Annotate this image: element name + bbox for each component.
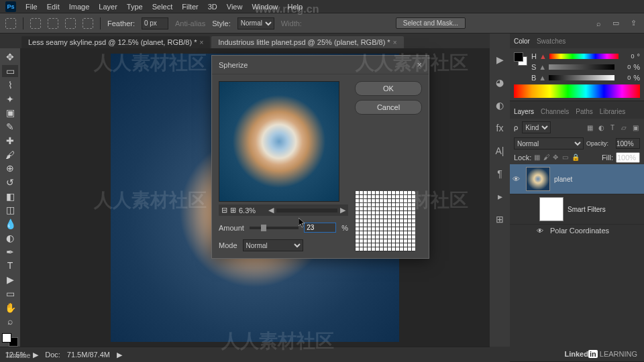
menu-type[interactable]: Type bbox=[127, 3, 143, 11]
hand-tool[interactable]: ✋ bbox=[2, 301, 18, 314]
close-icon[interactable]: × bbox=[199, 39, 203, 46]
lock-move-icon[interactable]: ✥ bbox=[553, 154, 561, 162]
shape-tool[interactable]: ▭ bbox=[2, 287, 18, 300]
hue-value[interactable]: 0 bbox=[621, 53, 635, 60]
type-tool[interactable]: T bbox=[2, 259, 18, 272]
lasso-tool[interactable]: ⌇ bbox=[2, 78, 18, 91]
eyedropper-tool[interactable]: ✎ bbox=[2, 121, 18, 133]
filter-shape-icon[interactable]: ▱ bbox=[619, 123, 629, 132]
bri-slider[interactable] bbox=[549, 75, 614, 80]
preview-scrollbar[interactable] bbox=[276, 208, 337, 213]
blend-mode-select[interactable]: Normal bbox=[514, 137, 584, 149]
close-icon[interactable]: × bbox=[417, 60, 422, 70]
filter-mask-thumbnail[interactable] bbox=[539, 197, 564, 221]
menu-help[interactable]: Help bbox=[288, 3, 303, 11]
menu-view[interactable]: View bbox=[227, 3, 243, 11]
share-icon[interactable]: ⇪ bbox=[628, 18, 639, 29]
antialias-label[interactable]: Anti-alias bbox=[175, 19, 205, 27]
magic-wand-tool[interactable]: ✦ bbox=[2, 93, 18, 105]
layers-panel-tab[interactable]: Layers bbox=[514, 108, 534, 115]
history-panel-icon[interactable]: ▶ bbox=[494, 54, 506, 66]
dodge-tool[interactable]: ◐ bbox=[2, 232, 18, 245]
menu-layer[interactable]: Layer bbox=[99, 3, 117, 11]
move-tool[interactable]: ✥ bbox=[2, 51, 18, 64]
menu-select[interactable]: Select bbox=[152, 3, 173, 11]
layer-row[interactable]: 👁 planet bbox=[510, 164, 644, 194]
zoom-tool[interactable]: ⌕ bbox=[2, 315, 18, 328]
smart-filter-item[interactable]: 👁 Polar Coordinates bbox=[510, 225, 644, 237]
filter-adjust-icon[interactable]: ◐ bbox=[596, 123, 606, 132]
preview-zoom[interactable]: 6.3% bbox=[239, 206, 266, 215]
color-panel-tab[interactable]: Color bbox=[514, 38, 530, 45]
preview-minus-icon[interactable]: ⊟ bbox=[221, 206, 227, 215]
sat-value[interactable]: 0 bbox=[617, 64, 631, 70]
layer-filter-select[interactable]: Kind bbox=[522, 121, 551, 133]
fill-input[interactable] bbox=[616, 152, 640, 163]
sat-slider[interactable] bbox=[549, 64, 614, 70]
actions-panel-icon[interactable]: ▸ bbox=[494, 190, 506, 202]
color-panel-swatch[interactable] bbox=[514, 52, 527, 72]
frame-icon[interactable]: ▭ bbox=[610, 18, 621, 29]
layer-name[interactable]: planet bbox=[554, 176, 572, 183]
clone-stamp-tool[interactable]: ⊕ bbox=[2, 162, 18, 175]
amount-input[interactable] bbox=[304, 223, 336, 233]
path-select-tool[interactable]: ▶ bbox=[2, 274, 18, 286]
close-icon[interactable]: × bbox=[393, 39, 397, 46]
eraser-tool[interactable]: ◧ bbox=[2, 190, 18, 202]
filter-smart-icon[interactable]: ▣ bbox=[631, 123, 640, 132]
pen-tool[interactable]: ✒ bbox=[2, 245, 18, 258]
menu-window[interactable]: Window bbox=[252, 3, 278, 11]
selection-mode-add-icon[interactable] bbox=[48, 18, 58, 29]
hue-slider[interactable] bbox=[549, 54, 619, 59]
amount-slider[interactable] bbox=[250, 227, 299, 229]
doc-size[interactable]: 71.5M/87.4M bbox=[67, 351, 110, 359]
timeline-tab[interactable]: Timeline bbox=[5, 352, 30, 359]
gradient-tool[interactable]: ◫ bbox=[2, 204, 18, 217]
selection-mode-new-icon[interactable] bbox=[30, 18, 41, 29]
channels-panel-tab[interactable]: Channels bbox=[541, 108, 569, 115]
lock-trans-icon[interactable]: ▦ bbox=[534, 154, 542, 162]
layer-thumbnail[interactable] bbox=[526, 167, 550, 191]
selection-mode-intersect-icon[interactable] bbox=[83, 18, 93, 29]
brush-tool[interactable]: 🖌 bbox=[2, 148, 18, 161]
bri-value[interactable]: 0 bbox=[617, 74, 631, 81]
menu-image[interactable]: Image bbox=[69, 3, 90, 11]
styles-panel-icon[interactable]: fx bbox=[494, 122, 506, 134]
filter-image-icon[interactable]: ▦ bbox=[585, 123, 594, 132]
visibility-icon[interactable]: 👁 bbox=[537, 227, 546, 235]
smart-filters-row[interactable]: Smart Filters bbox=[510, 194, 644, 225]
visibility-icon[interactable]: 👁 bbox=[513, 175, 522, 183]
filter-preview[interactable] bbox=[219, 81, 339, 202]
ok-button[interactable]: OK bbox=[355, 81, 422, 96]
adjustments-panel-icon[interactable]: ◐ bbox=[494, 99, 506, 111]
tool-preset-icon[interactable] bbox=[5, 18, 16, 29]
history-brush-tool[interactable]: ↺ bbox=[2, 176, 18, 189]
filter-type-icon[interactable]: T bbox=[608, 123, 617, 132]
preview-plus-icon[interactable]: ⊞ bbox=[230, 206, 236, 215]
paths-panel-tab[interactable]: Paths bbox=[576, 108, 593, 115]
style-select[interactable]: Normal bbox=[237, 17, 274, 29]
menu-edit[interactable]: Edit bbox=[47, 3, 60, 11]
crop-tool[interactable]: ▣ bbox=[2, 107, 18, 119]
preview-right-icon[interactable]: ▶ bbox=[340, 206, 345, 215]
libraries-panel-tab[interactable]: Libraries bbox=[600, 108, 625, 115]
lock-all-icon[interactable]: 🔒 bbox=[572, 154, 580, 162]
preview-left-icon[interactable]: ◀ bbox=[268, 206, 274, 215]
menu-file[interactable]: File bbox=[25, 3, 38, 11]
menu-3d[interactable]: 3D bbox=[208, 3, 217, 11]
lock-paint-icon[interactable]: 🖌 bbox=[543, 154, 551, 162]
document-tab-1[interactable]: Less seamy skyline.psd @ 12.5% (planet, … bbox=[21, 36, 210, 48]
lock-artboard-icon[interactable]: ▭ bbox=[562, 154, 570, 162]
document-tab-2[interactable]: Industrious little planet.psd @ 25% (pla… bbox=[211, 36, 403, 48]
opacity-input[interactable] bbox=[616, 138, 640, 149]
mode-select[interactable]: Normal bbox=[243, 239, 303, 251]
selection-mode-subtract-icon[interactable] bbox=[65, 18, 76, 29]
search-icon[interactable]: ⌕ bbox=[593, 18, 604, 29]
foreground-color[interactable] bbox=[2, 333, 11, 343]
properties-panel-icon[interactable]: ⊞ bbox=[494, 213, 506, 225]
healing-brush-tool[interactable]: ✚ bbox=[2, 134, 18, 147]
brush-panel-icon[interactable]: ◕ bbox=[494, 76, 506, 88]
swatches-panel-tab[interactable]: Swatches bbox=[537, 38, 566, 45]
spectrum-bar[interactable] bbox=[514, 84, 640, 98]
feather-input[interactable] bbox=[142, 17, 168, 29]
